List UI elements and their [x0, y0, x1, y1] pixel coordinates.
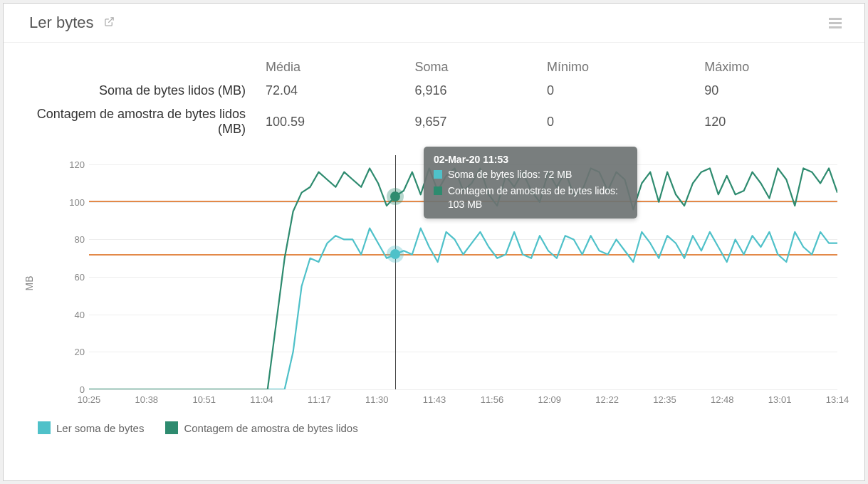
stats-cell: 0	[541, 79, 699, 102]
legend-label: Contagem de amostra de bytes lidos	[184, 422, 357, 434]
x-tick-label: 11:56	[481, 394, 504, 405]
hamburger-menu-icon[interactable]	[829, 16, 842, 31]
x-tick-label: 11:30	[365, 394, 389, 405]
y-tick-label: 80	[61, 234, 85, 245]
svg-line-0	[108, 17, 113, 22]
stats-row-label: Soma de bytes lidos (MB)	[4, 79, 260, 102]
x-tick-label: 12:09	[538, 394, 561, 405]
popout-icon[interactable]	[104, 16, 115, 30]
stats-cell: 6,916	[409, 79, 541, 102]
stats-cell: 90	[699, 79, 864, 102]
x-tick-label: 13:01	[768, 394, 792, 405]
legend-label: Ler soma de bytes	[56, 422, 144, 434]
stats-cell: 120	[699, 102, 864, 141]
x-tick-label: 13:14	[826, 394, 849, 405]
y-tick-label: 20	[61, 347, 85, 357]
y-tick-label: 100	[61, 196, 85, 207]
x-tick-label: 10:38	[135, 394, 159, 405]
legend-item-soma[interactable]: Ler soma de bytes	[38, 421, 144, 434]
stats-cell: 100.59	[260, 102, 409, 141]
x-tick-label: 12:22	[595, 394, 619, 405]
stats-col-soma: Soma	[409, 56, 541, 79]
panel-header: Ler bytes	[4, 4, 864, 43]
stats-row-label: Contagem de amostra de bytes lidos (MB)	[4, 102, 260, 141]
y-tick-label: 120	[61, 159, 85, 170]
x-tick-label: 10:25	[78, 394, 101, 405]
x-tick-label: 10:51	[192, 394, 216, 405]
legend: Ler soma de bytes Contagem de amostra de…	[4, 411, 864, 434]
y-tick-label: 60	[61, 272, 85, 283]
y-tick-label: 0	[61, 384, 85, 395]
x-tick-label: 11:17	[308, 394, 331, 405]
stats-col-media: Média	[260, 56, 409, 79]
stats-table: _ Média Soma Mínimo Máximo Soma de bytes…	[4, 43, 864, 141]
x-tick-label: 11:04	[250, 394, 273, 405]
stats-cell: 9,657	[409, 102, 541, 141]
stats-col-minimo: Mínimo	[541, 56, 699, 79]
stats-row: Contagem de amostra de bytes lidos (MB) …	[4, 102, 864, 141]
legend-swatch-icon	[38, 421, 51, 434]
stats-col-maximo: Máximo	[699, 56, 864, 79]
chart-area[interactable]: MB 02040608010012010:2510:3810:5111:0411…	[61, 155, 837, 411]
x-tick-label: 11:43	[423, 394, 446, 405]
plot-region[interactable]: 02040608010012010:2510:3810:5111:0411:17…	[89, 155, 837, 390]
legend-swatch-icon	[165, 421, 178, 434]
x-tick-label: 12:48	[711, 394, 734, 405]
stats-cell: 0	[541, 102, 699, 141]
y-tick-label: 40	[61, 309, 85, 320]
stats-row: Soma de bytes lidos (MB) 72.04 6,916 0 9…	[4, 79, 864, 102]
x-tick-label: 12:35	[653, 394, 676, 405]
stats-cell: 72.04	[260, 79, 409, 102]
y-axis-label: MB	[23, 276, 35, 291]
legend-item-contagem[interactable]: Contagem de amostra de bytes lidos	[165, 421, 357, 434]
chart-panel: Ler bytes _ Média Soma Mínimo Máxim	[3, 3, 865, 481]
panel-title: Ler bytes	[29, 14, 94, 32]
